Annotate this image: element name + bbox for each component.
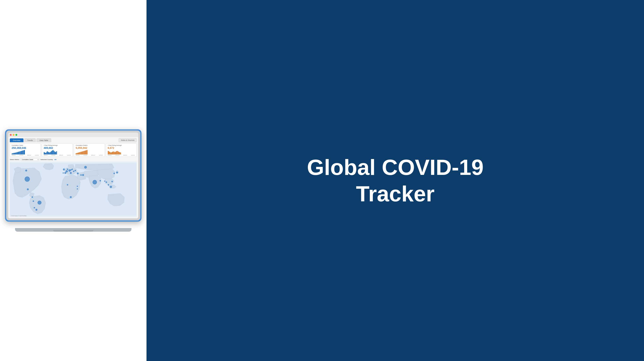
bubble-ukraine[interactable] — [75, 170, 76, 171]
mini-chart-deaths — [76, 150, 103, 154]
bubble-chile[interactable] — [34, 207, 35, 208]
mini-chart-rolling-cases — [44, 150, 71, 154]
tab-trends[interactable]: Trends — [24, 138, 36, 142]
stats-row: Cumulative Cases 250,368,046 — [8, 142, 138, 158]
bubble-germany[interactable] — [69, 169, 71, 171]
stat-rolling-avg-deaths-label: 7-Day Rolling Average — [108, 145, 135, 146]
laptop-body: Overview Trends Data Table Notes & Sourc… — [5, 129, 142, 222]
bubble-canada[interactable] — [25, 170, 27, 171]
chart-dates-rolling: 05/01/2107/01/2109/01/2111/01/21 — [44, 155, 71, 156]
bubble-nigeria[interactable] — [67, 184, 68, 186]
map-area[interactable]: © 2021 Mapbox © OpenStreetMap — [10, 161, 137, 217]
bubble-iran[interactable] — [82, 174, 84, 176]
chart-dates-rolling-deaths: 05/01/2107/01/2109/01/2111/01/21 — [108, 155, 135, 156]
bubble-iraq[interactable] — [80, 174, 82, 176]
bubble-poland[interactable] — [72, 169, 73, 170]
bubble-south-korea[interactable] — [114, 173, 115, 174]
metric-row: Select Metric: Cumulative Cases Cumulati… — [8, 158, 138, 161]
country-value: All — [54, 159, 56, 160]
bubble-peru[interactable] — [33, 201, 34, 202]
country-label: Selected Country: — [40, 159, 53, 160]
bubble-italy[interactable] — [70, 172, 72, 174]
dashboard: Overview Trends Data Table Notes & Sourc… — [8, 137, 138, 218]
bubble-vietnam[interactable] — [106, 182, 107, 183]
mini-chart-cases — [12, 150, 39, 154]
metric-label: Select Metric: — [10, 159, 20, 160]
stat-cumulative-deaths: Cumulative Deaths 5,055,942 — [74, 143, 105, 157]
bubble-thailand[interactable] — [104, 181, 105, 182]
bubble-romania[interactable] — [73, 171, 74, 172]
stat-rolling-avg-cases: 7-Day Rolling Average 489,682 — [42, 143, 73, 157]
metric-select[interactable]: Cumulative Cases Cumulative Deaths 7-Day… — [21, 158, 39, 161]
bubble-brazil[interactable] — [38, 201, 41, 204]
title-line2: Tracker — [356, 181, 434, 206]
bubble-malaysia[interactable] — [108, 184, 109, 186]
bubble-argentina[interactable] — [36, 209, 37, 211]
bubble-ethiopia[interactable] — [77, 186, 78, 187]
world-map-svg — [10, 161, 137, 217]
title-line1: Global COVID-19 — [307, 155, 484, 179]
bubble-mexico[interactable] — [27, 189, 29, 190]
map-copyright: © 2021 Mapbox © OpenStreetMap — [11, 215, 26, 216]
bubble-uk[interactable] — [63, 169, 64, 170]
tab-overview[interactable]: Overview — [10, 138, 24, 142]
laptop-inner: Overview Trends Data Table Notes & Sourc… — [6, 131, 140, 220]
bubble-japan[interactable] — [116, 172, 118, 173]
bubble-czech[interactable] — [70, 169, 72, 170]
bubble-france[interactable] — [66, 170, 68, 172]
bubble-indonesia[interactable] — [110, 186, 112, 188]
bubble-turkey[interactable] — [77, 172, 78, 174]
bubble-kenya[interactable] — [77, 188, 78, 189]
bubble-portugal[interactable] — [63, 172, 64, 173]
maximize-dot[interactable] — [16, 134, 17, 136]
stat-cumulative-deaths-label: Cumulative Deaths — [76, 145, 103, 146]
bubble-colombia[interactable] — [32, 197, 33, 198]
chart-dates-cases: 05/01/2107/01/2109/01/2111/01/21 — [12, 155, 39, 156]
stat-cumulative-cases: Cumulative Cases 250,368,046 — [10, 143, 41, 157]
stat-cumulative-deaths-value: 5,055,942 — [76, 146, 103, 149]
tab-data-table[interactable]: Data Table — [36, 138, 51, 142]
bubble-russia[interactable] — [84, 166, 87, 168]
notes-sources-button[interactable]: Notes & Sources — [118, 138, 137, 142]
stat-cumulative-cases-label: Cumulative Cases — [12, 145, 39, 146]
bubble-philippines[interactable] — [112, 181, 113, 182]
bubble-bangladesh[interactable] — [100, 180, 101, 181]
bubble-south-africa[interactable] — [70, 196, 72, 198]
stat-rolling-avg-cases-label: 7-Day Rolling Average — [44, 145, 71, 146]
laptop-stand — [15, 228, 132, 232]
stat-rolling-avg-deaths: 7-Day Rolling Average 6,672 — [106, 143, 137, 157]
close-dot[interactable] — [10, 134, 12, 136]
window-chrome — [8, 133, 138, 137]
bubble-india[interactable] — [93, 180, 97, 184]
metric-select-wrapper[interactable]: Cumulative Cases Cumulative Deaths 7-Day… — [21, 158, 39, 161]
mini-chart-rolling-deaths — [108, 150, 135, 154]
tab-bar: Overview Trends Data Table Notes & Sourc… — [8, 137, 138, 142]
bubble-netherlands[interactable] — [67, 169, 68, 170]
stat-rolling-avg-deaths-value: 6,672 — [108, 146, 135, 149]
left-panel: Overview Trends Data Table Notes & Sourc… — [0, 0, 146, 361]
bubble-spain[interactable] — [64, 172, 66, 174]
chart-dates-deaths: 05/01/2107/01/2109/01/2111/01/21 — [76, 155, 103, 156]
bubble-usa[interactable] — [25, 177, 30, 182]
stat-cumulative-cases-value: 250,368,046 — [12, 146, 39, 149]
right-panel: Global COVID-19 Tracker — [146, 0, 644, 361]
laptop-wrapper: Overview Trends Data Table Notes & Sourc… — [5, 129, 142, 232]
stat-rolling-avg-cases-value: 489,682 — [44, 146, 71, 149]
main-title: Global COVID-19 Tracker — [307, 154, 484, 207]
minimize-dot[interactable] — [13, 134, 14, 136]
